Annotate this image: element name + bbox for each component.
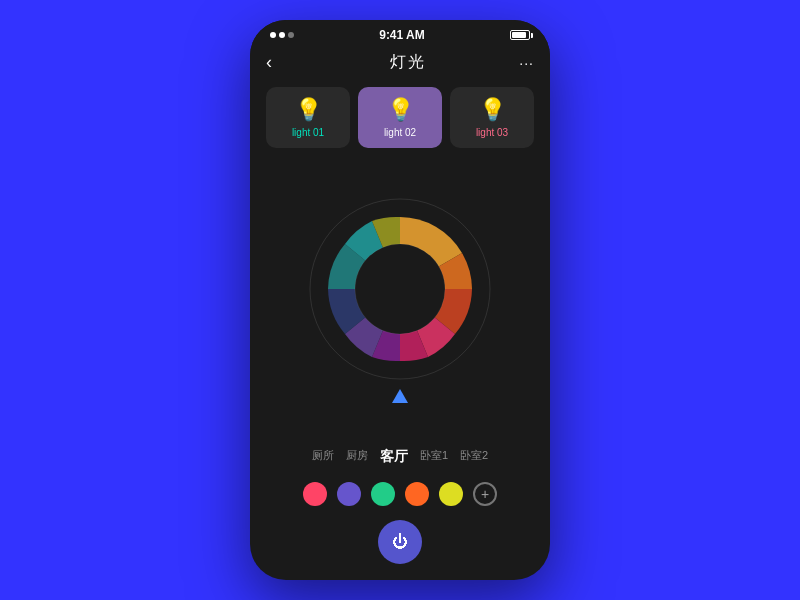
power-area: ⏻ bbox=[250, 512, 550, 580]
tab-kitchen[interactable]: 厨房 bbox=[346, 448, 368, 466]
more-button[interactable]: ··· bbox=[519, 55, 534, 71]
color-wheel-svg[interactable] bbox=[300, 189, 500, 389]
swatch-purple[interactable] bbox=[337, 482, 361, 506]
bulb-icon-01: 💡 bbox=[295, 97, 322, 123]
wheel-pointer bbox=[392, 389, 408, 403]
color-wheel-wrapper[interactable] bbox=[300, 189, 500, 389]
tab-living[interactable]: 客厅 bbox=[380, 448, 408, 466]
signal-dot-3 bbox=[288, 32, 294, 38]
battery-icon bbox=[510, 30, 530, 40]
room-tabs: 厕所 厨房 客厅 卧室1 卧室2 bbox=[250, 432, 550, 476]
bulb-icon-03: 💡 bbox=[479, 97, 506, 123]
light-card-02[interactable]: 💡 light 02 bbox=[358, 87, 442, 148]
light-label-02: light 02 bbox=[384, 127, 416, 138]
status-bar: 9:41 AM bbox=[250, 20, 550, 46]
swatch-red[interactable] bbox=[303, 482, 327, 506]
battery-fill bbox=[512, 32, 526, 38]
signal-dot-2 bbox=[279, 32, 285, 38]
status-right bbox=[510, 30, 530, 40]
light-label-03: light 03 bbox=[476, 127, 508, 138]
signal-icons bbox=[270, 32, 294, 38]
page-title: 灯光 bbox=[390, 52, 426, 73]
add-swatch-button[interactable]: + bbox=[473, 482, 497, 506]
light-card-01[interactable]: 💡 light 01 bbox=[266, 87, 350, 148]
color-swatches: + bbox=[250, 476, 550, 512]
back-button[interactable]: ‹ bbox=[266, 52, 296, 73]
nav-bar: ‹ 灯光 ··· bbox=[250, 46, 550, 79]
power-button[interactable]: ⏻ bbox=[378, 520, 422, 564]
tab-wc[interactable]: 厕所 bbox=[312, 448, 334, 466]
light-label-01: light 01 bbox=[292, 127, 324, 138]
bulb-icon-02: 💡 bbox=[387, 97, 414, 123]
light-cards-container: 💡 light 01 💡 light 02 💡 light 03 bbox=[250, 79, 550, 156]
swatch-orange[interactable] bbox=[405, 482, 429, 506]
swatch-green[interactable] bbox=[371, 482, 395, 506]
tab-bed2[interactable]: 卧室2 bbox=[460, 448, 488, 466]
light-card-03[interactable]: 💡 light 03 bbox=[450, 87, 534, 148]
phone-frame: 9:41 AM ‹ 灯光 ··· 💡 light 01 💡 light 02 💡… bbox=[250, 20, 550, 580]
swatch-yellow[interactable] bbox=[439, 482, 463, 506]
tab-bed1[interactable]: 卧室1 bbox=[420, 448, 448, 466]
signal-dot-1 bbox=[270, 32, 276, 38]
color-wheel-container bbox=[250, 156, 550, 432]
status-time: 9:41 AM bbox=[379, 28, 425, 42]
